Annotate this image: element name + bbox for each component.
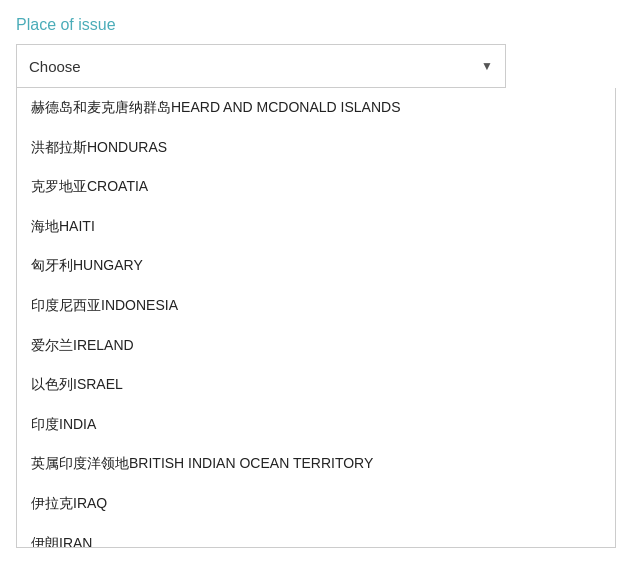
- list-item[interactable]: 爱尔兰IRELAND: [17, 326, 615, 366]
- list-item[interactable]: 赫德岛和麦克唐纳群岛HEARD AND MCDONALD ISLANDS: [17, 88, 615, 128]
- list-item[interactable]: 匈牙利HUNGARY: [17, 246, 615, 286]
- dropdown-arrow-icon: ▼: [481, 59, 493, 73]
- dropdown-list: 赫德岛和麦克唐纳群岛HEARD AND MCDONALD ISLANDS洪都拉斯…: [16, 88, 616, 548]
- list-item[interactable]: 洪都拉斯HONDURAS: [17, 128, 615, 168]
- select-box[interactable]: Choose ▼: [16, 44, 506, 88]
- list-item[interactable]: 印度INDIA: [17, 405, 615, 445]
- list-item[interactable]: 海地HAITI: [17, 207, 615, 247]
- place-of-issue-label: Place of issue: [16, 16, 605, 34]
- select-placeholder: Choose: [29, 58, 81, 75]
- select-wrapper: Choose ▼ 赫德岛和麦克唐纳群岛HEARD AND MCDONALD IS…: [16, 44, 506, 88]
- list-item[interactable]: 克罗地亚CROATIA: [17, 167, 615, 207]
- list-item[interactable]: 伊拉克IRAQ: [17, 484, 615, 524]
- list-item[interactable]: 英属印度洋领地BRITISH INDIAN OCEAN TERRITORY: [17, 444, 615, 484]
- list-item[interactable]: 印度尼西亚INDONESIA: [17, 286, 615, 326]
- list-item[interactable]: 以色列ISRAEL: [17, 365, 615, 405]
- list-item[interactable]: 伊朗IRAN: [17, 524, 615, 548]
